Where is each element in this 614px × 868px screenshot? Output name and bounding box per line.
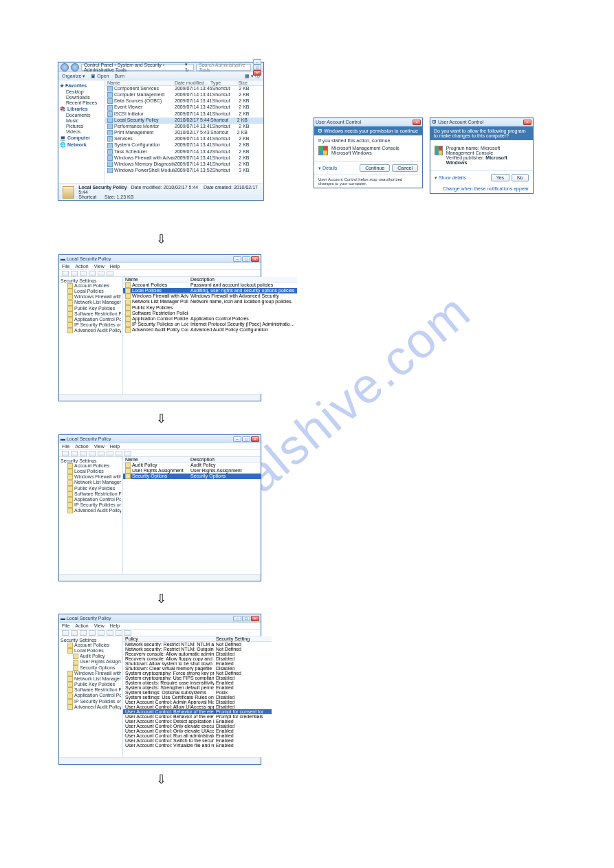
uac2-change-link[interactable]: Change when these notifications appear	[443, 186, 529, 191]
tree-node[interactable]: IP Security Policies on Local Compu…	[61, 699, 121, 704]
policy-row[interactable]: User Account Control: Allow UIAccess app…	[123, 704, 272, 709]
policy-row[interactable]: Shutdown: Allow system to be shut down w…	[123, 661, 272, 666]
policy-row[interactable]: System objects: Strengthen default permi…	[123, 685, 272, 690]
policy-row[interactable]: User Account Control: Behavior of the el…	[123, 714, 272, 719]
policy-row[interactable]: User Account Control: Only elevate execu…	[123, 724, 272, 728]
tree-node[interactable]: Public Key Policies	[61, 682, 121, 687]
nav-recent-places[interactable]: Recent Places	[60, 100, 103, 105]
uac1-details[interactable]: ▾ Details	[318, 166, 337, 171]
uac1-close[interactable]: ×	[413, 120, 421, 125]
mmc1-max[interactable]: □	[242, 256, 250, 262]
policy-row[interactable]: Recovery console: Allow automatic admini…	[123, 652, 272, 656]
mmc3-list[interactable]: PolicySecurity Setting Network security:…	[123, 636, 272, 757]
burn-button[interactable]: Burn	[114, 74, 124, 78]
mmc1-toolbar[interactable]	[59, 270, 261, 277]
mmc1-tree[interactable]: Security Settings Account Policies Local…	[59, 277, 123, 394]
list-row[interactable]: IP Security Policies on Local ComputerIn…	[123, 322, 297, 327]
tree-node[interactable]: Advanced Audit Policy Configuration	[61, 508, 121, 513]
policy-row[interactable]: User Account Control: Detect application…	[123, 719, 272, 724]
mmc2-close[interactable]: ×	[251, 436, 259, 442]
file-row[interactable]: Performance Monitor2009/07/14 13:41Short…	[105, 124, 263, 130]
tree-node[interactable]: Software Restriction Policies	[61, 491, 121, 497]
tree-node[interactable]: IP Security Policies on Local Compu…	[61, 322, 121, 328]
mmc3-max[interactable]: □	[242, 616, 250, 621]
file-row[interactable]: Windows PowerShell Modules2009/07/14 13:…	[105, 168, 263, 174]
file-row[interactable]: iSCSI Initiator2009/07/14 13:41Shortcut2…	[105, 111, 263, 118]
policy-row[interactable]: User Account Control: Admin Approval Mod…	[123, 700, 272, 704]
nav-downloads[interactable]: Downloads	[60, 95, 103, 100]
forward-button[interactable]	[71, 63, 79, 71]
tree-node[interactable]: Network List Manager Policies	[61, 676, 121, 682]
nav-favorites[interactable]: ★ Favorites	[60, 83, 103, 89]
mmc1-close[interactable]: ×	[251, 256, 259, 262]
list-row[interactable]: Audit PolicyAudit Policy	[123, 463, 261, 468]
nav-desktop[interactable]: Desktop	[60, 89, 103, 94]
search-input[interactable]: Search Administrative Tools	[196, 64, 251, 71]
file-row[interactable]: Services2009/07/14 13:41Shortcut2 KB	[105, 136, 263, 142]
policy-row[interactable]: User Account Control: Behavior of the el…	[123, 709, 272, 714]
tree-node[interactable]: Security Settings	[61, 278, 121, 283]
tree-node[interactable]: Application Control Policies	[61, 497, 121, 502]
file-row[interactable]: Data Sources (ODBC)2009/07/14 13:41Short…	[105, 98, 263, 104]
breadcrumb[interactable]: Control Panel › System and Security › Ad…	[81, 64, 194, 71]
mmc1-min[interactable]: –	[233, 256, 241, 262]
mmc3-close[interactable]: ×	[251, 616, 259, 621]
tree-root[interactable]: Security Settings	[61, 638, 121, 643]
nav-network[interactable]: 🌐 Network	[60, 142, 103, 148]
policy-row[interactable]: Recovery console: Allow floppy copy and …	[123, 656, 272, 661]
tree-node[interactable]: Local Policies	[61, 469, 121, 474]
nav-videos[interactable]: Videos	[60, 129, 103, 134]
tree-node[interactable]: Software Restriction Policies	[61, 311, 121, 317]
file-row[interactable]: Computer Management2009/07/14 13:41Short…	[105, 92, 263, 98]
tree-node[interactable]: Security Options	[61, 665, 121, 671]
mmc1-list[interactable]: NameDescription Account PoliciesPassword…	[123, 277, 297, 394]
uac1-continue[interactable]: Continue	[360, 164, 390, 172]
policy-row[interactable]: System settings: Optional subsystemsPosi…	[123, 690, 272, 695]
list-row[interactable]: Local PoliciesAuditing, user rights and …	[123, 288, 297, 293]
tree-node[interactable]: Public Key Policies	[61, 306, 121, 311]
mmc2-menubar[interactable]: FileActionViewHelp	[59, 443, 261, 450]
tree-node[interactable]: IP Security Policies on Local Compu…	[61, 502, 121, 508]
uac2-yes[interactable]: Yes	[491, 174, 509, 181]
mmc1-menubar[interactable]: FileActionViewHelp	[59, 263, 261, 270]
file-row[interactable]: Local Security Policy2010/02/17 5:44Shor…	[105, 118, 263, 124]
policy-row[interactable]: User Account Control: Run all administra…	[123, 733, 272, 738]
policy-row[interactable]: Shutdown: Clear virtual memory pagefileD…	[123, 666, 272, 671]
tree-node[interactable]: Public Key Policies	[61, 486, 121, 491]
list-row[interactable]: Account PoliciesPassword and account loc…	[123, 282, 297, 288]
tree-node[interactable]: Advanced Audit Policy Configuration	[61, 328, 121, 333]
file-row[interactable]: Event Viewer2009/07/14 13:42Shortcut2 KB	[105, 104, 263, 111]
tree-node[interactable]: Network List Manager Policies	[61, 300, 121, 305]
file-row[interactable]: Task Scheduler2009/07/14 13:42Shortcut2 …	[105, 149, 263, 155]
open-button[interactable]: ▣ Open	[91, 74, 109, 79]
mmc2-scrollbar[interactable]	[59, 574, 261, 581]
nav-music[interactable]: Music	[60, 118, 103, 123]
mmc2-min[interactable]: –	[233, 436, 241, 442]
tree-node[interactable]: Local Policies	[61, 289, 121, 294]
tree-node[interactable]: Local Policies	[61, 648, 121, 654]
nav-documents[interactable]: Documents	[60, 113, 103, 118]
nav-libraries[interactable]: 📚 Libraries	[60, 107, 103, 112]
mmc2-tree[interactable]: Security Settings Account Policies Local…	[59, 457, 123, 574]
mmc3-menubar[interactable]: FileActionViewHelp	[59, 623, 261, 630]
tree-node[interactable]: Windows Firewall with Advanced Sec…	[61, 474, 121, 480]
policy-row[interactable]: Network security: Restrict NTLM: NTLM au…	[123, 642, 272, 647]
list-row[interactable]: Application Control PoliciesApplication …	[123, 316, 297, 322]
list-row[interactable]: Advanced Audit Policy ConfigurationAdvan…	[123, 327, 297, 333]
mmc2-max[interactable]: □	[242, 436, 250, 442]
mmc3-tree[interactable]: Security SettingsAccount PoliciesLocal P…	[59, 636, 123, 757]
uac2-close[interactable]: ×	[523, 120, 531, 125]
policy-row[interactable]: System cryptography: Force strong key pr…	[123, 671, 272, 676]
policy-row[interactable]: System settings: Use Certificate Rules o…	[123, 695, 272, 700]
uac2-show-details[interactable]: ▾ Show details	[435, 175, 466, 181]
mmc3-min[interactable]: –	[233, 616, 241, 621]
mmc2-toolbar[interactable]	[59, 450, 261, 457]
tree-node[interactable]: Audit Policy	[61, 654, 121, 659]
policy-row[interactable]: System objects: Require case insensitivi…	[123, 680, 272, 685]
tree-node[interactable]: Account Policies	[61, 463, 121, 469]
tree-node[interactable]: Windows Firewall with Advanced Sec…	[61, 671, 121, 676]
uac2-no[interactable]: No	[512, 174, 529, 181]
list-row[interactable]: Windows Firewall with Advanced SecurityW…	[123, 293, 297, 299]
policy-row[interactable]: User Account Control: Only elevate UIAcc…	[123, 728, 272, 733]
tree-node[interactable]: Account Policies	[61, 283, 121, 289]
